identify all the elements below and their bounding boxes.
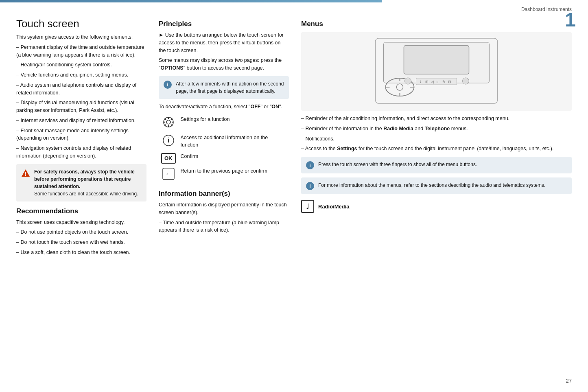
svg-point-33 — [463, 78, 469, 84]
info-icon-3: i — [306, 182, 314, 190]
info-icon-2: i — [306, 161, 314, 169]
menus-title: Menus — [301, 20, 572, 28]
ts-bullet-2: – Vehicle functions and equipment settin… — [16, 71, 146, 79]
rec-bullet-2: – Use a soft, clean cloth to clean the t… — [16, 249, 146, 256]
menus-bullet-3: – Access to the Settings for the touch s… — [301, 145, 572, 153]
radio-media-label: Radio/Media — [318, 204, 350, 210]
icon-row-ok: OK Confirm — [159, 151, 289, 166]
music-note-icon: ♩ — [306, 202, 309, 211]
info-banners-title: Information banner(s) — [159, 190, 289, 198]
svg-line-9 — [171, 125, 172, 126]
ok-icon-cell: OK — [159, 151, 178, 166]
main-content: Touch screen This system gives access to… — [0, 14, 588, 259]
svg-text:⊟: ⊟ — [448, 80, 451, 84]
principles-info-text: After a few moments with no action on th… — [176, 80, 284, 95]
svg-line-10 — [171, 118, 172, 119]
principles-info-box: i After a few moments with no action on … — [159, 76, 289, 99]
page-number: 27 — [566, 378, 572, 384]
rec-intro: This screen uses capacitive sensing tech… — [16, 219, 146, 226]
menus-bullet-0: – Reminder of the air conditioning infor… — [301, 115, 572, 123]
rec-bullet-0: – Do not use pointed objects on the touc… — [16, 228, 146, 236]
gear-icon — [162, 116, 175, 128]
info-icon-1: i — [164, 81, 172, 89]
banners-p1: Certain information is displayed permane… — [159, 201, 289, 217]
menus-bullet-2: – Notifications. — [301, 135, 572, 143]
ts-bullet-5: – Internet services and display of relat… — [16, 117, 146, 125]
info-circle-cell: i — [159, 132, 178, 151]
principles-p1: ► Use the buttons arranged below the tou… — [159, 31, 289, 54]
principles-title: Principles — [159, 20, 289, 28]
ts-bullet-7: – Navigation system controls and display… — [16, 145, 146, 160]
svg-point-20 — [397, 84, 403, 90]
touch-screen-title: Touch screen — [16, 18, 146, 30]
column-middle: Principles ► Use the buttons arranged be… — [159, 14, 289, 259]
car-interior-svg: ♩ ⊞ ◁ ○ ✎ ⊟ — [303, 34, 570, 107]
column-left: Touch screen This system gives access to… — [16, 14, 146, 259]
svg-text:!: ! — [25, 171, 26, 177]
svg-point-3 — [166, 120, 170, 124]
menus-info-box-2: i For more information about the menus, … — [301, 177, 572, 194]
warning-normal: Some functions are not accessible while … — [34, 191, 138, 197]
rec-bullet-1: – Do not touch the touch screen with wet… — [16, 239, 146, 246]
menus-info-text-2: For more information about the menus, re… — [318, 182, 545, 189]
svg-text:✎: ✎ — [442, 80, 446, 84]
warning-box: ! For safety reasons, always stop the ve… — [16, 164, 146, 201]
svg-text:♩: ♩ — [420, 80, 421, 84]
warning-bold: For safety reasons, always stop the vehi… — [34, 169, 135, 189]
banners-bullet1: – Time and outside temperature (a blue w… — [159, 219, 289, 234]
svg-text:◁: ◁ — [431, 80, 434, 84]
back-icon-cell: ← — [159, 166, 178, 184]
warning-text: For safety reasons, always stop the vehi… — [34, 168, 142, 197]
svg-text:⊞: ⊞ — [425, 80, 428, 84]
ts-bullet-0: – Permanent display of the time and outs… — [16, 44, 146, 59]
ok-description: Confirm — [178, 151, 289, 166]
ts-bullet-1: – Heating/air conditioning system contro… — [16, 61, 146, 69]
radio-media-row: ♩ Radio/Media — [301, 198, 572, 215]
icon-table: Settings for a function i Access to addi… — [159, 114, 289, 184]
svg-line-11 — [165, 125, 166, 126]
icon-row-gear: Settings for a function — [159, 114, 289, 133]
car-diagram: ♩ ⊞ ◁ ○ ✎ ⊟ — [301, 32, 572, 111]
gear-icon-cell — [159, 114, 178, 133]
warning-icon: ! — [21, 169, 30, 177]
ok-icon: OK — [161, 153, 176, 164]
svg-text:○: ○ — [437, 80, 439, 84]
radio-icon-box: ♩ — [301, 200, 314, 213]
back-arrow-icon: ← — [162, 168, 175, 180]
ts-bullet-6: – Front seat massage mode and intensity … — [16, 127, 146, 142]
menus-info-box-1: i Press the touch screen with three fing… — [301, 157, 572, 173]
svg-line-8 — [165, 118, 166, 119]
info-description: Access to additional information on the … — [178, 132, 289, 151]
svg-text:←: ← — [165, 170, 172, 178]
ts-bullet-4: – Display of visual manoeuvring aid func… — [16, 99, 146, 114]
icon-row-info: i Access to additional information on th… — [159, 132, 289, 151]
svg-text:i: i — [168, 137, 169, 144]
touch-screen-intro: This system gives access to the followin… — [16, 33, 146, 41]
back-description: Return to the previous page or confirm — [178, 166, 289, 184]
svg-rect-18 — [404, 46, 469, 74]
gear-description: Settings for a function — [178, 114, 289, 133]
chapter-number: 1 — [565, 10, 576, 30]
menus-bullet-1: – Reminder of the information in the Rad… — [301, 125, 572, 133]
deactivate-text: To deactivate/activate a function, selec… — [159, 103, 289, 111]
menus-info-text-1: Press the touch screen with three finger… — [318, 161, 477, 168]
recommendations-title: Recommendations — [16, 207, 146, 215]
ts-bullet-3: – Audio system and telephone controls an… — [16, 81, 146, 97]
header: Dashboard instruments — [0, 2, 588, 14]
section-label: Dashboard instruments — [521, 7, 572, 12]
info-circle-icon: i — [162, 134, 175, 147]
icon-row-back: ← Return to the previous page or confirm — [159, 166, 289, 184]
svg-point-32 — [405, 78, 411, 84]
column-right: Menus ♩ ⊞ ◁ — [301, 14, 572, 259]
principles-p2: Some menus may display across two pages:… — [159, 57, 289, 72]
